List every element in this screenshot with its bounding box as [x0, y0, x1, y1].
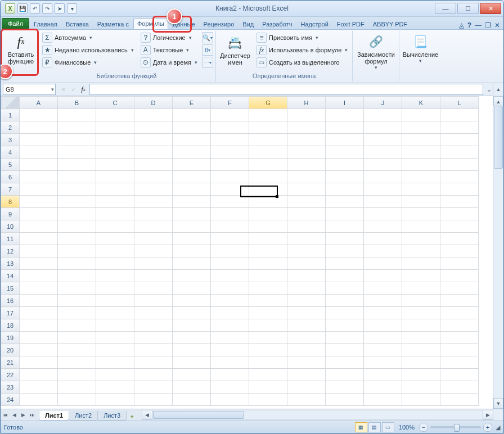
cell-L15[interactable]	[440, 282, 479, 295]
tab-review[interactable]: Рецензиро	[200, 19, 238, 29]
tab-home[interactable]: Главная	[30, 19, 61, 29]
cell-F15[interactable]	[211, 282, 249, 295]
cell-G10[interactable]	[249, 220, 287, 233]
col-header-J[interactable]: J	[364, 97, 402, 109]
cell-D24[interactable]	[134, 394, 173, 406]
cell-C11[interactable]	[96, 233, 134, 245]
cell-K21[interactable]	[402, 356, 440, 369]
cell-C21[interactable]	[96, 356, 134, 369]
cell-A15[interactable]	[20, 282, 58, 295]
cell-K24[interactable]	[402, 394, 440, 406]
cell-K18[interactable]	[402, 319, 440, 332]
cell-B4[interactable]	[58, 146, 96, 159]
zoom-slider[interactable]	[430, 426, 481, 428]
cell-B9[interactable]	[58, 208, 96, 220]
wb-close-icon[interactable]: ✕	[494, 21, 500, 29]
cell-L24[interactable]	[440, 394, 479, 406]
zoom-slider-knob[interactable]	[454, 424, 460, 432]
cell-J19[interactable]	[364, 332, 402, 344]
cell-G3[interactable]	[249, 134, 287, 146]
cell-G18[interactable]	[249, 319, 287, 332]
cell-H17[interactable]	[287, 307, 326, 319]
financial-button[interactable]: ₽Финансовые▾	[40, 57, 136, 68]
tab-addins[interactable]: Надстрой	[296, 19, 332, 29]
cell-B22[interactable]	[58, 369, 96, 381]
cell-C20[interactable]	[96, 344, 134, 356]
cell-I13[interactable]	[326, 257, 364, 270]
col-header-A[interactable]: A	[20, 97, 58, 109]
cell-L10[interactable]	[440, 220, 479, 233]
col-header-G[interactable]: G	[249, 97, 287, 109]
cell-F23[interactable]	[211, 381, 249, 394]
sheet-tab-2[interactable]: Лист2	[69, 411, 98, 421]
row-header-6[interactable]: 6	[1, 171, 20, 183]
cell-D5[interactable]	[134, 159, 173, 171]
cell-C6[interactable]	[96, 171, 134, 183]
tab-view[interactable]: Вид	[238, 19, 258, 29]
cell-F22[interactable]	[211, 369, 249, 381]
cell-E16[interactable]	[173, 295, 211, 307]
cell-D22[interactable]	[134, 369, 173, 381]
cell-K3[interactable]	[402, 134, 440, 146]
cell-K8[interactable]	[402, 196, 440, 208]
cell-E2[interactable]	[173, 121, 211, 134]
cell-F21[interactable]	[211, 356, 249, 369]
cell-E11[interactable]	[173, 233, 211, 245]
recently-used-button[interactable]: ★Недавно использовались▾	[40, 44, 136, 56]
cell-A24[interactable]	[20, 394, 58, 406]
col-header-H[interactable]: H	[287, 97, 326, 109]
cell-B24[interactable]	[58, 394, 96, 406]
cell-L17[interactable]	[440, 307, 479, 319]
cell-D3[interactable]	[134, 134, 173, 146]
tab-nav-prev[interactable]: ◀	[10, 412, 19, 418]
grid-table[interactable]: ABCDEFGHIJKL1234567891011121314151617181…	[1, 96, 479, 406]
cell-D6[interactable]	[134, 171, 173, 183]
row-header-8[interactable]: 8	[1, 196, 20, 208]
cell-C23[interactable]	[96, 381, 134, 394]
cell-D11[interactable]	[134, 233, 173, 245]
minimize-button[interactable]: —	[435, 3, 456, 14]
cell-D10[interactable]	[134, 220, 173, 233]
cell-E6[interactable]	[173, 171, 211, 183]
cell-H12[interactable]	[287, 245, 326, 257]
cell-I23[interactable]	[326, 381, 364, 394]
cell-G6[interactable]	[249, 171, 287, 183]
cell-I5[interactable]	[326, 159, 364, 171]
hscroll-right-button[interactable]: ▶	[483, 410, 493, 420]
cell-I1[interactable]	[326, 109, 364, 121]
view-normal-button[interactable]: ▦	[355, 422, 367, 432]
cell-L13[interactable]	[440, 257, 479, 270]
cell-E22[interactable]	[173, 369, 211, 381]
cell-D14[interactable]	[134, 270, 173, 282]
view-page-layout-button[interactable]: ▤	[368, 422, 381, 432]
cell-E24[interactable]	[173, 394, 211, 406]
cell-B14[interactable]	[58, 270, 96, 282]
cell-F24[interactable]	[211, 394, 249, 406]
cell-J23[interactable]	[364, 381, 402, 394]
cell-J11[interactable]	[364, 233, 402, 245]
cell-A4[interactable]	[20, 146, 58, 159]
cell-F12[interactable]	[211, 245, 249, 257]
cell-K11[interactable]	[402, 233, 440, 245]
cell-D4[interactable]	[134, 146, 173, 159]
cell-H16[interactable]	[287, 295, 326, 307]
cell-B12[interactable]	[58, 245, 96, 257]
cell-J17[interactable]	[364, 307, 402, 319]
cell-H9[interactable]	[287, 208, 326, 220]
sheet-tab-1[interactable]: Лист1	[39, 411, 69, 421]
resize-grip-icon[interactable]: ◢	[496, 424, 500, 431]
cell-B23[interactable]	[58, 381, 96, 394]
cell-A23[interactable]	[20, 381, 58, 394]
cell-L7[interactable]	[440, 183, 479, 196]
tab-foxit[interactable]: Foxit PDF	[333, 19, 368, 29]
cell-I11[interactable]	[326, 233, 364, 245]
row-header-5[interactable]: 5	[1, 159, 20, 171]
cell-K17[interactable]	[402, 307, 440, 319]
cell-K1[interactable]	[402, 109, 440, 121]
cell-G19[interactable]	[249, 332, 287, 344]
cell-A13[interactable]	[20, 257, 58, 270]
cell-D23[interactable]	[134, 381, 173, 394]
cell-J8[interactable]	[364, 196, 402, 208]
cell-H22[interactable]	[287, 369, 326, 381]
cell-K2[interactable]	[402, 121, 440, 134]
